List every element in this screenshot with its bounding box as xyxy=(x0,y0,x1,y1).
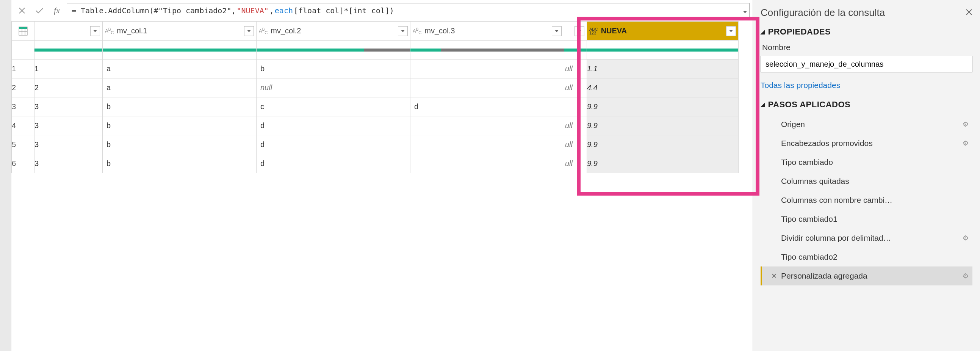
cell-mvcol2[interactable]: null xyxy=(256,78,410,97)
gear-icon[interactable]: ⚙ xyxy=(963,234,969,242)
cell-mvcol1[interactable]: a xyxy=(103,78,256,97)
cell-nueva[interactable]: 9.9 xyxy=(587,135,738,154)
column-filter-button[interactable] xyxy=(726,26,736,36)
cell-mvcol1[interactable]: b xyxy=(103,116,256,135)
column-header-mvcol1[interactable]: ABC mv_col.1 xyxy=(103,22,256,41)
applied-step[interactable]: Tipo cambiado2 xyxy=(760,247,972,266)
row-number[interactable]: 2 xyxy=(12,78,35,97)
row-number[interactable]: 1 xyxy=(12,59,35,78)
table-row[interactable]: 33bcd9.9 xyxy=(12,97,738,116)
column-filter-button[interactable] xyxy=(552,26,562,36)
delete-step-icon[interactable]: ✕ xyxy=(771,272,777,280)
cell-mvcol3[interactable] xyxy=(410,154,564,173)
properties-section: ◢ PROPIEDADES Nombre Todas las propiedad… xyxy=(760,27,972,90)
cell-index[interactable]: 3 xyxy=(35,116,103,135)
cell-mvcol1[interactable]: b xyxy=(103,97,256,116)
cell-clipped[interactable]: ull xyxy=(564,78,587,97)
table-row[interactable]: 22anullull4.4 xyxy=(12,78,738,97)
cell-nueva[interactable]: 9.9 xyxy=(587,97,738,116)
cell-clipped[interactable]: ull xyxy=(564,59,587,78)
column-header-mvcol2[interactable]: ABC mv_col.2 xyxy=(256,22,410,41)
data-table[interactable]: ABC mv_col.1 ABC mv_col.2 xyxy=(11,21,738,173)
column-header-mvcol3[interactable]: ABC mv_col.3 xyxy=(410,22,564,41)
cell-mvcol2[interactable]: d xyxy=(256,135,410,154)
table-row[interactable]: 53bdull9.9 xyxy=(12,135,738,154)
collapsed-nav-strip[interactable] xyxy=(0,0,11,351)
applied-step[interactable]: Tipo cambiado1 xyxy=(760,210,972,228)
cell-clipped[interactable] xyxy=(564,97,587,116)
formula-cancel-button[interactable] xyxy=(14,4,30,18)
query-name-input[interactable] xyxy=(760,56,972,72)
cell-clipped[interactable]: ull xyxy=(564,135,587,154)
applied-step[interactable]: ✕Personalizada agregada⚙ xyxy=(760,266,972,286)
formula-expand-button[interactable] xyxy=(743,6,747,15)
column-header-clip[interactable] xyxy=(564,22,587,41)
row-number[interactable]: 4 xyxy=(12,116,35,135)
table-row[interactable]: 63bdull9.9 xyxy=(12,154,738,173)
row-number[interactable]: 5 xyxy=(12,135,35,154)
step-label: Personalizada agregada xyxy=(781,271,969,281)
applied-step[interactable]: Dividir columna por delimitad…⚙ xyxy=(760,228,972,247)
column-filter-button[interactable] xyxy=(398,26,408,36)
applied-steps-heading[interactable]: ◢ PASOS APLICADOS xyxy=(760,100,972,110)
cell-mvcol2[interactable]: b xyxy=(256,59,410,78)
formula-text-prefix: = Table.AddColumn(#"Tipo cambiado2", xyxy=(72,6,236,15)
column-filter-button[interactable] xyxy=(90,26,100,36)
gear-icon[interactable]: ⚙ xyxy=(963,272,969,280)
applied-step[interactable]: Origen⚙ xyxy=(760,115,972,134)
applied-step[interactable]: Encabezados promovidos⚙ xyxy=(760,134,972,153)
properties-heading[interactable]: ◢ PROPIEDADES xyxy=(760,27,972,37)
cell-mvcol3[interactable] xyxy=(410,116,564,135)
applied-step[interactable]: Tipo cambiado xyxy=(760,153,972,172)
gear-icon[interactable]: ⚙ xyxy=(963,120,969,129)
applied-steps-list: Origen⚙Encabezados promovidos⚙Tipo cambi… xyxy=(760,115,972,286)
column-filter-button[interactable] xyxy=(574,26,584,36)
formula-input[interactable]: = Table.AddColumn(#"Tipo cambiado2", "NU… xyxy=(67,3,749,18)
cell-mvcol2[interactable]: d xyxy=(256,154,410,173)
formula-commit-button[interactable] xyxy=(32,4,47,18)
formula-bar: fx = Table.AddColumn(#"Tipo cambiado2", … xyxy=(11,0,752,21)
cell-mvcol1[interactable]: b xyxy=(103,154,256,173)
all-properties-link[interactable]: Todas las propiedades xyxy=(760,81,840,90)
cell-nueva[interactable]: 9.9 xyxy=(587,116,738,135)
cell-clipped[interactable]: ull xyxy=(564,154,587,173)
cell-clipped[interactable]: ull xyxy=(564,116,587,135)
row-number[interactable]: 3 xyxy=(12,97,35,116)
cell-index[interactable]: 3 xyxy=(35,154,103,173)
table-corner-cell[interactable] xyxy=(12,22,35,41)
cell-mvcol1[interactable]: b xyxy=(103,135,256,154)
properties-title-text: PROPIEDADES xyxy=(768,27,831,37)
column-quality-bar xyxy=(12,41,738,59)
gear-icon[interactable]: ⚙ xyxy=(963,139,969,147)
cell-mvcol3[interactable]: d xyxy=(410,97,564,116)
cell-nueva[interactable]: 1.1 xyxy=(587,59,738,78)
cell-mvcol1[interactable]: a xyxy=(103,59,256,78)
cell-index[interactable]: 3 xyxy=(35,97,103,116)
cell-mvcol3[interactable] xyxy=(410,78,564,97)
formula-fx-button[interactable]: fx xyxy=(49,4,64,18)
panel-close-button[interactable] xyxy=(966,8,972,18)
cell-mvcol3[interactable] xyxy=(410,135,564,154)
table-row[interactable]: 43bdull9.9 xyxy=(12,116,738,135)
applied-step[interactable]: Columnas quitadas xyxy=(760,172,972,191)
step-label: Tipo cambiado1 xyxy=(781,215,969,223)
applied-step[interactable]: Columnas con nombre cambi… xyxy=(760,191,972,210)
table-row[interactable]: 11abull1.1 xyxy=(12,59,738,78)
formula-text-string: "NUEVA" xyxy=(237,6,268,15)
cell-nueva[interactable]: 4.4 xyxy=(587,78,738,97)
cell-mvcol2[interactable]: c xyxy=(256,97,410,116)
cell-mvcol3[interactable] xyxy=(410,59,564,78)
column-header-index[interactable] xyxy=(35,22,103,41)
row-number[interactable]: 6 xyxy=(12,154,35,173)
column-filter-button[interactable] xyxy=(244,26,254,36)
column-header-nueva[interactable]: ABC123 NUEVA xyxy=(587,22,738,41)
cell-mvcol2[interactable]: d xyxy=(256,116,410,135)
step-label: Tipo cambiado2 xyxy=(781,252,969,262)
close-icon xyxy=(19,7,25,14)
cell-index[interactable]: 2 xyxy=(35,78,103,97)
cell-nueva[interactable]: 9.9 xyxy=(587,154,738,173)
chevron-down-icon xyxy=(555,30,558,32)
panel-title: Configuración de la consulta xyxy=(760,7,885,19)
cell-index[interactable]: 1 xyxy=(35,59,103,78)
cell-index[interactable]: 3 xyxy=(35,135,103,154)
